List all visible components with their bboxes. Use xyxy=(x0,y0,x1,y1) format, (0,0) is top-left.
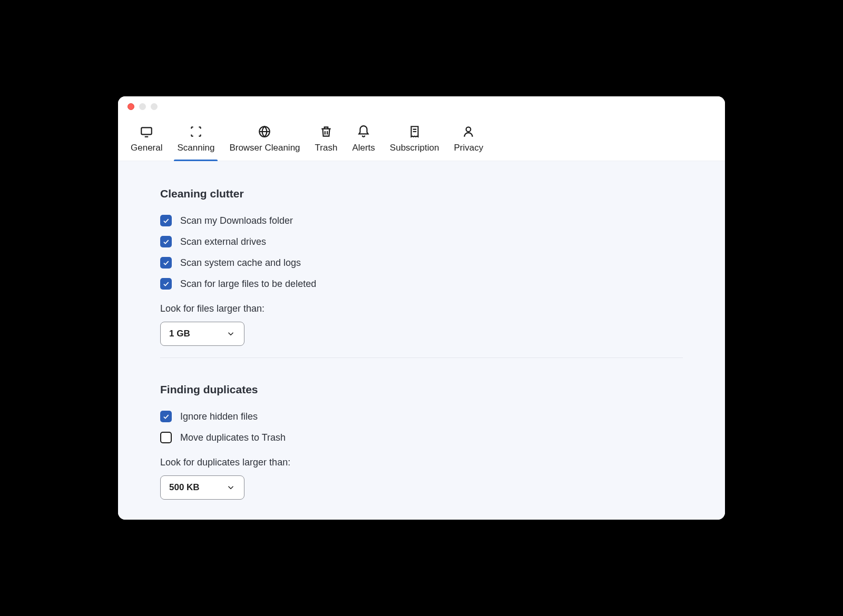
trash-icon xyxy=(319,125,333,138)
scan-icon xyxy=(189,125,203,138)
tab-label: Scanning xyxy=(177,143,214,153)
select-value: 1 GB xyxy=(169,329,190,339)
option-scan-large-files[interactable]: Scan for large files to be deleted xyxy=(160,278,683,290)
section-title: Finding duplicates xyxy=(160,383,683,396)
option-ignore-hidden-files[interactable]: Ignore hidden files xyxy=(160,411,683,422)
checkbox-label: Scan for large files to be deleted xyxy=(180,279,316,290)
window-close-button[interactable] xyxy=(128,103,134,110)
chevron-down-icon xyxy=(226,329,236,339)
checkbox-label: Ignore hidden files xyxy=(180,411,258,422)
window-minimize-button[interactable] xyxy=(139,103,146,110)
tab-alerts[interactable]: Alerts xyxy=(345,122,382,161)
tab-privacy[interactable]: Privacy xyxy=(446,122,491,161)
tab-trash[interactable]: Trash xyxy=(308,122,345,161)
checkbox[interactable] xyxy=(160,278,172,290)
section-divider xyxy=(160,357,683,358)
checkbox-label: Scan external drives xyxy=(180,236,266,247)
checkbox[interactable] xyxy=(160,432,172,443)
duplicates-size-select[interactable]: 500 KB xyxy=(160,475,244,500)
checkbox[interactable] xyxy=(160,236,172,247)
tab-bar: General Scanning Browser Cleaning Trash … xyxy=(118,116,725,161)
section-finding-duplicates: Finding duplicates Ignore hidden files M… xyxy=(160,383,683,500)
svg-point-6 xyxy=(466,127,471,132)
option-scan-downloads[interactable]: Scan my Downloads folder xyxy=(160,215,683,226)
globe-icon xyxy=(258,125,271,138)
person-icon xyxy=(462,125,475,138)
large-files-size-label: Look for files larger than: xyxy=(160,303,683,314)
tab-label: Trash xyxy=(315,143,338,153)
tab-label: Alerts xyxy=(352,143,375,153)
duplicates-size-label: Look for duplicates larger than: xyxy=(160,457,683,468)
option-scan-system-cache[interactable]: Scan system cache and logs xyxy=(160,257,683,269)
window-titlebar xyxy=(118,96,725,116)
checkbox-label: Move duplicates to Trash xyxy=(180,432,286,443)
tab-label: General xyxy=(131,143,162,153)
option-move-duplicates-to-trash[interactable]: Move duplicates to Trash xyxy=(160,432,683,443)
checkbox[interactable] xyxy=(160,411,172,422)
monitor-icon xyxy=(140,125,153,138)
checkbox-label: Scan system cache and logs xyxy=(180,257,301,269)
tab-general[interactable]: General xyxy=(123,122,170,161)
tab-label: Browser Cleaning xyxy=(229,143,300,153)
tab-label: Subscription xyxy=(390,143,439,153)
chevron-down-icon xyxy=(226,483,236,492)
tab-label: Privacy xyxy=(454,143,483,153)
checkbox[interactable] xyxy=(160,215,172,226)
select-value: 500 KB xyxy=(169,482,200,493)
section-title: Cleaning clutter xyxy=(160,187,683,200)
checkbox-label: Scan my Downloads folder xyxy=(180,215,293,226)
option-scan-external-drives[interactable]: Scan external drives xyxy=(160,236,683,247)
receipt-icon xyxy=(408,125,422,138)
section-cleaning-clutter: Cleaning clutter Scan my Downloads folde… xyxy=(160,187,683,346)
settings-content: Cleaning clutter Scan my Downloads folde… xyxy=(118,161,725,520)
checkbox[interactable] xyxy=(160,257,172,269)
bell-icon xyxy=(357,125,370,138)
tab-scanning[interactable]: Scanning xyxy=(170,122,222,161)
tab-browser-cleaning[interactable]: Browser Cleaning xyxy=(222,122,307,161)
preferences-window: General Scanning Browser Cleaning Trash … xyxy=(118,96,725,520)
window-zoom-button[interactable] xyxy=(151,103,158,110)
large-files-size-select[interactable]: 1 GB xyxy=(160,322,244,346)
tab-subscription[interactable]: Subscription xyxy=(383,122,447,161)
svg-rect-0 xyxy=(141,127,152,134)
